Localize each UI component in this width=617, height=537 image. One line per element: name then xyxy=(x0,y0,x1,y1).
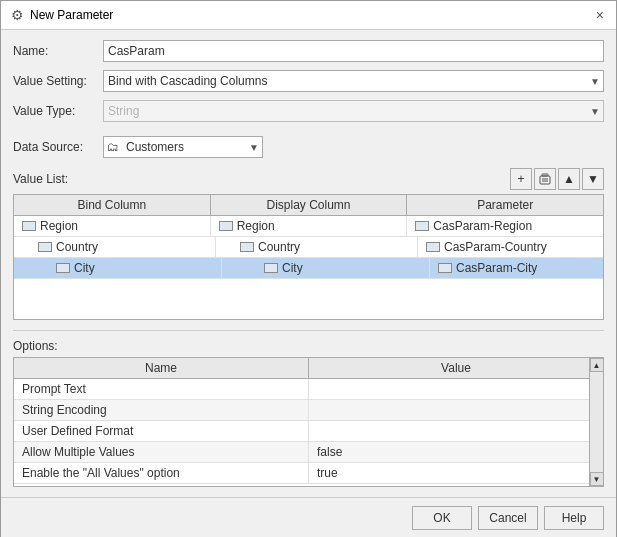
value-type-row: Value Type: String ▼ xyxy=(13,100,604,122)
options-value-cell[interactable] xyxy=(309,421,603,441)
bind-col-icon-region xyxy=(22,221,36,231)
display-col-value-city: City xyxy=(282,261,303,275)
delete-button[interactable] xyxy=(534,168,556,190)
options-row[interactable]: Enable the "All Values" option true xyxy=(14,463,603,484)
move-down-button[interactable]: ▼ xyxy=(582,168,604,190)
dialog-title: New Parameter xyxy=(30,8,113,22)
options-name-cell: User Defined Format xyxy=(14,421,309,441)
options-row[interactable]: Prompt Text xyxy=(14,379,603,400)
value-setting-select-wrapper: Bind with Cascading Columns ▼ xyxy=(103,70,604,92)
options-table: Name Value Prompt Text String Encoding U… xyxy=(13,357,604,487)
options-name-cell: Allow Multiple Values xyxy=(14,442,309,462)
table-empty-space xyxy=(14,279,603,319)
param-col-value-city: CasParam-City xyxy=(456,261,537,275)
display-col-icon-country xyxy=(240,242,254,252)
param-col-icon-country xyxy=(426,242,440,252)
table-header: Bind Column Display Column Parameter xyxy=(14,195,603,216)
options-value-cell[interactable] xyxy=(309,400,603,420)
dialog-footer: OK Cancel Help xyxy=(1,497,616,537)
display-col-value-country: Country xyxy=(258,240,300,254)
options-value-cell[interactable] xyxy=(309,379,603,399)
datasource-select-wrapper: 🗂 Customers ▼ xyxy=(103,136,263,158)
bind-cell: Region xyxy=(14,216,211,236)
display-cell: Region xyxy=(211,216,408,236)
dialog: ⚙ New Parameter × Name: Value Setting: B… xyxy=(0,0,617,537)
options-value-cell[interactable]: true xyxy=(309,463,603,483)
display-cell: City xyxy=(222,258,430,278)
title-bar: ⚙ New Parameter × xyxy=(1,1,616,30)
svg-rect-4 xyxy=(542,174,548,176)
param-col-icon-city xyxy=(438,263,452,273)
name-row: Name: xyxy=(13,40,604,62)
datasource-label: Data Source: xyxy=(13,140,103,154)
datasource-row: Data Source: 🗂 Customers ▼ xyxy=(13,136,604,158)
options-name-header: Name xyxy=(14,358,309,378)
param-cell: CasParam-Country xyxy=(418,237,603,257)
bind-col-value-country: Country xyxy=(56,240,98,254)
value-type-select-wrapper: String ▼ xyxy=(103,100,604,122)
close-button[interactable]: × xyxy=(594,8,606,22)
bind-column-table: Bind Column Display Column Parameter Reg… xyxy=(13,194,604,320)
options-label: Options: xyxy=(13,339,604,353)
dialog-icon: ⚙ xyxy=(11,7,24,23)
valuelist-label: Value List: xyxy=(13,172,68,186)
bind-col-value-region: Region xyxy=(40,219,78,233)
param-col-value-region: CasParam-Region xyxy=(433,219,532,233)
form-area: Name: Value Setting: Bind with Cascading… xyxy=(1,30,616,497)
table-row[interactable]: Country Country CasParam-Country xyxy=(14,237,603,258)
options-row[interactable]: String Encoding xyxy=(14,400,603,421)
options-name-cell: Enable the "All Values" option xyxy=(14,463,309,483)
cancel-button[interactable]: Cancel xyxy=(478,506,538,530)
param-cell: CasParam-Region xyxy=(407,216,603,236)
parameter-column-header: Parameter xyxy=(407,195,603,215)
value-setting-select[interactable]: Bind with Cascading Columns xyxy=(103,70,604,92)
scrollbar[interactable]: ▲ ▼ xyxy=(589,358,603,486)
delete-icon xyxy=(539,173,551,185)
display-col-icon-city xyxy=(264,263,278,273)
options-value-cell[interactable]: false xyxy=(309,442,603,462)
options-header: Name Value xyxy=(14,358,603,379)
param-col-value-country: CasParam-Country xyxy=(444,240,547,254)
display-column-header: Display Column xyxy=(211,195,408,215)
value-setting-label: Value Setting: xyxy=(13,74,103,88)
bind-col-icon-country xyxy=(38,242,52,252)
value-type-select[interactable]: String xyxy=(103,100,604,122)
bind-cell: City xyxy=(14,258,222,278)
display-cell: Country xyxy=(216,237,418,257)
name-label: Name: xyxy=(13,44,103,58)
bind-cell: Country xyxy=(14,237,216,257)
help-button[interactable]: Help xyxy=(544,506,604,530)
param-cell: CasParam-City xyxy=(430,258,603,278)
options-row[interactable]: Allow Multiple Values false xyxy=(14,442,603,463)
valuelist-header: Value List: + ▲ ▼ xyxy=(13,168,604,190)
options-value-header: Value xyxy=(309,358,603,378)
bind-col-value-city: City xyxy=(74,261,95,275)
options-section: Options: Name Value Prompt Text String E… xyxy=(13,330,604,487)
datasource-select[interactable]: Customers xyxy=(103,136,263,158)
options-name-cell: String Encoding xyxy=(14,400,309,420)
param-col-icon-region xyxy=(415,221,429,231)
bind-column-header: Bind Column xyxy=(14,195,211,215)
name-input[interactable] xyxy=(103,40,604,62)
value-setting-row: Value Setting: Bind with Cascading Colum… xyxy=(13,70,604,92)
scroll-up-button[interactable]: ▲ xyxy=(590,358,604,372)
bind-col-icon-city xyxy=(56,263,70,273)
display-col-icon-region xyxy=(219,221,233,231)
scroll-down-button[interactable]: ▼ xyxy=(590,472,604,486)
value-type-label: Value Type: xyxy=(13,104,103,118)
table-body: Region Region CasParam-Region Co xyxy=(14,216,603,319)
ok-button[interactable]: OK xyxy=(412,506,472,530)
scrollbar-track[interactable] xyxy=(590,372,603,472)
move-up-button[interactable]: ▲ xyxy=(558,168,580,190)
options-name-cell: Prompt Text xyxy=(14,379,309,399)
options-row[interactable]: User Defined Format xyxy=(14,421,603,442)
up-arrow-icon: ▲ xyxy=(563,172,575,186)
table-row[interactable]: Region Region CasParam-Region xyxy=(14,216,603,237)
toolbar-buttons: + ▲ ▼ xyxy=(510,168,604,190)
display-col-value-region: Region xyxy=(237,219,275,233)
add-button[interactable]: + xyxy=(510,168,532,190)
down-arrow-icon: ▼ xyxy=(587,172,599,186)
table-row[interactable]: City City CasParam-City xyxy=(14,258,603,279)
